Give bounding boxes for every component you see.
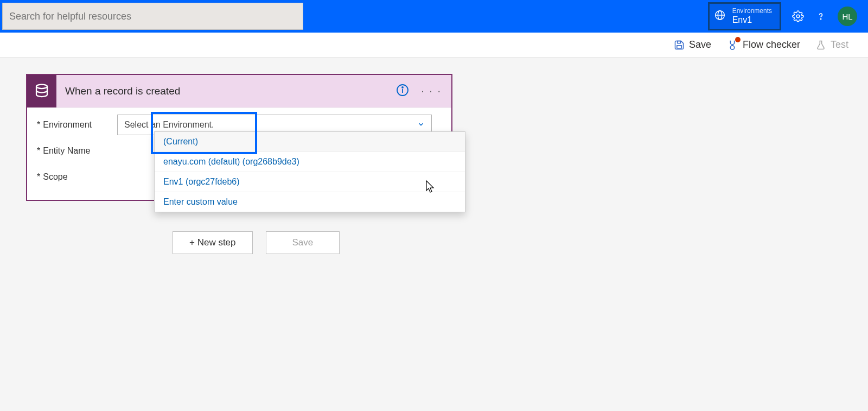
chevron-down-icon: [417, 121, 425, 130]
environment-selector[interactable]: Environments Env1: [708, 2, 781, 30]
environment-dropdown-value: Select an Environment.: [124, 120, 214, 130]
avatar-initials: HL: [842, 12, 852, 21]
new-step-button[interactable]: + New step: [173, 231, 253, 254]
flow-checker-label: Flow checker: [743, 39, 800, 50]
dropdown-option-current[interactable]: (Current): [155, 132, 465, 152]
user-avatar[interactable]: HL: [838, 7, 857, 26]
flow-checker-icon: [726, 39, 738, 51]
help-icon[interactable]: [815, 10, 827, 22]
action-bar: Save Flow checker Test: [0, 33, 868, 58]
svg-point-4: [820, 18, 821, 19]
flow-checker-badge: [735, 37, 741, 42]
svg-point-3: [796, 15, 800, 18]
save-button[interactable]: Save: [266, 231, 340, 254]
label-scope: Scope: [27, 172, 117, 182]
flow-canvas: When a record is created · · · Environme…: [0, 58, 868, 254]
flow-checker-action[interactable]: Flow checker: [726, 39, 800, 51]
label-environment: Environment: [27, 120, 117, 130]
environment-name: Env1: [732, 15, 772, 25]
svg-rect-5: [677, 45, 681, 48]
trigger-form: Environment Select an Environment. Entit…: [27, 108, 451, 200]
top-bar: Environments Env1 HL: [0, 0, 868, 33]
label-entity: Entity Name: [27, 146, 117, 156]
search-box[interactable]: [2, 3, 303, 30]
save-action[interactable]: Save: [674, 39, 711, 50]
trigger-header-right: · · ·: [396, 84, 442, 99]
flask-icon: [815, 40, 826, 50]
save-label: Save: [689, 39, 711, 50]
info-icon[interactable]: [396, 84, 409, 99]
environment-labels: Environments Env1: [732, 8, 772, 25]
svg-point-7: [730, 45, 734, 49]
database-icon: [27, 75, 56, 108]
save-icon: [674, 40, 685, 50]
canvas-footer-buttons: + New step Save: [173, 231, 868, 254]
topbar-right: Environments Env1 HL: [708, 0, 868, 33]
svg-point-11: [402, 87, 403, 88]
test-action[interactable]: Test: [815, 39, 848, 50]
svg-point-8: [36, 84, 47, 88]
environment-icon: [714, 9, 726, 23]
more-menu-icon[interactable]: · · ·: [421, 85, 442, 97]
dropdown-option-env1[interactable]: Env1 (orgc27fdeb6): [155, 172, 465, 192]
test-label: Test: [831, 39, 848, 50]
environment-dropdown-list: (Current) enayu.com (default) (org268b9d…: [154, 131, 465, 212]
trigger-header[interactable]: When a record is created · · ·: [27, 75, 451, 108]
dropdown-option-default[interactable]: enayu.com (default) (org268b9de3): [155, 152, 465, 172]
search-input[interactable]: [9, 11, 296, 22]
trigger-header-left: When a record is created: [27, 75, 180, 108]
trigger-card: When a record is created · · · Environme…: [26, 74, 452, 201]
environment-heading: Environments: [732, 8, 772, 15]
settings-icon[interactable]: [792, 10, 804, 22]
svg-rect-6: [678, 41, 681, 43]
dropdown-option-custom[interactable]: Enter custom value: [155, 192, 465, 212]
trigger-title: When a record is created: [65, 85, 180, 97]
